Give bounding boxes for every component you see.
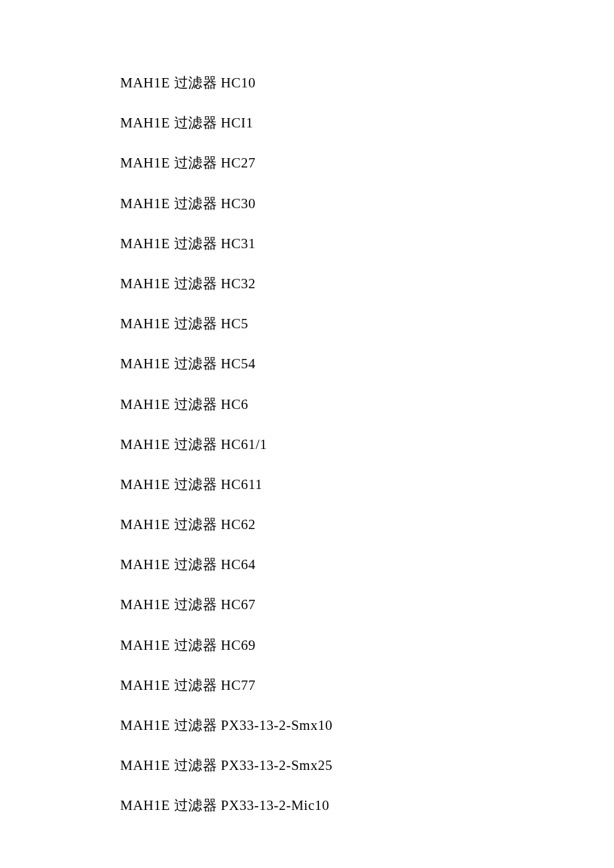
- list-item: MAH1E 过滤器 PX33-13-2-Mic10: [120, 797, 614, 814]
- list-item: MAH1E 过滤器 HC54: [120, 356, 614, 372]
- list-item: MAH1E 过滤器 HC10: [120, 75, 614, 91]
- list-item: MAH1E 过滤器 HC64: [120, 556, 614, 573]
- list-item: MAH1E 过滤器 HC27: [120, 155, 614, 171]
- list-item: MAH1E 过滤器 HC69: [120, 637, 614, 654]
- list-item: MAH1E 过滤器 HC611: [120, 476, 614, 493]
- list-item: MAH1E 过滤器 HC32: [120, 276, 614, 292]
- list-item: MAH1E 过滤器 HC61/1: [120, 436, 614, 453]
- list-item: MAH1E 过滤器 HC31: [120, 236, 614, 252]
- list-item: MAH1E 过滤器 PX33-13-2-Smx25: [120, 757, 614, 774]
- list-item: MAH1E 过滤器 PX33-13-2-Smx10: [120, 717, 614, 734]
- list-item: MAH1E 过滤器 HC6: [120, 396, 614, 413]
- list-item: MAH1E 过滤器 HCI1: [120, 115, 614, 131]
- list-item: MAH1E 过滤器 HC62: [120, 516, 614, 533]
- list-item: MAH1E 过滤器 HC67: [120, 596, 614, 613]
- list-item: MAH1E 过滤器 HC30: [120, 195, 614, 212]
- product-list: MAH1E 过滤器 HC10 MAH1E 过滤器 HCI1 MAH1E 过滤器 …: [120, 75, 614, 815]
- list-item: MAH1E 过滤器 HC77: [120, 677, 614, 694]
- list-item: MAH1E 过滤器 HC5: [120, 316, 614, 332]
